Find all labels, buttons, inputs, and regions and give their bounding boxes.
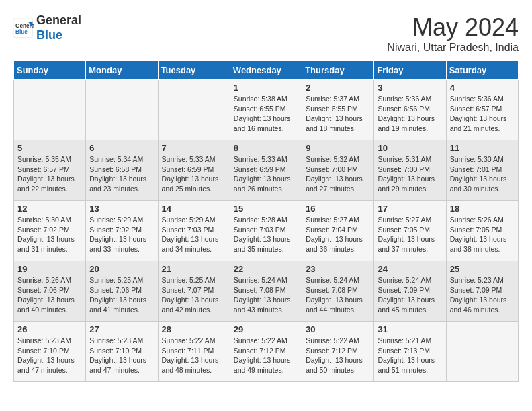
cell-info: Sunrise: 5:38 AM Sunset: 6:55 PM Dayligh… xyxy=(234,94,298,134)
cell-info: Sunrise: 5:31 AM Sunset: 7:00 PM Dayligh… xyxy=(378,154,442,194)
day-number: 17 xyxy=(378,203,442,214)
title-section: May 2024 Niwari, Uttar Pradesh, India xyxy=(387,13,519,54)
calendar-cell: 8Sunrise: 5:33 AM Sunset: 6:59 PM Daylig… xyxy=(230,140,302,201)
calendar-cell xyxy=(14,80,86,140)
day-number: 16 xyxy=(306,203,370,214)
cell-info: Sunrise: 5:22 AM Sunset: 7:12 PM Dayligh… xyxy=(306,336,370,375)
cell-info: Sunrise: 5:27 AM Sunset: 7:05 PM Dayligh… xyxy=(378,215,442,255)
day-number: 31 xyxy=(378,324,442,334)
calendar-cell: 5Sunrise: 5:35 AM Sunset: 6:57 PM Daylig… xyxy=(14,140,86,201)
day-number: 8 xyxy=(234,143,298,153)
day-number: 20 xyxy=(89,264,154,274)
calendar-cell: 29Sunrise: 5:22 AM Sunset: 7:12 PM Dayli… xyxy=(230,322,302,382)
svg-text:Blue: Blue xyxy=(15,28,28,34)
day-number: 25 xyxy=(450,264,515,274)
day-number: 12 xyxy=(17,203,82,214)
weekday-header-sunday: Sunday xyxy=(14,61,86,80)
calendar-cell xyxy=(158,80,230,140)
month-title: May 2024 xyxy=(387,13,519,42)
day-number: 29 xyxy=(234,324,298,334)
weekday-header-monday: Monday xyxy=(86,61,158,80)
cell-info: Sunrise: 5:23 AM Sunset: 7:09 PM Dayligh… xyxy=(450,275,515,315)
calendar-cell: 2Sunrise: 5:37 AM Sunset: 6:55 PM Daylig… xyxy=(302,80,374,140)
calendar-cell xyxy=(446,322,518,382)
cell-info: Sunrise: 5:36 AM Sunset: 6:56 PM Dayligh… xyxy=(378,94,442,134)
cell-info: Sunrise: 5:34 AM Sunset: 6:58 PM Dayligh… xyxy=(89,154,154,194)
day-number: 26 xyxy=(17,324,82,334)
header: General Blue General Blue May 2024 Niwar… xyxy=(13,13,519,54)
day-number: 9 xyxy=(306,143,370,153)
cell-info: Sunrise: 5:33 AM Sunset: 6:59 PM Dayligh… xyxy=(162,154,226,194)
day-number: 4 xyxy=(450,83,515,93)
calendar-week-row: 26Sunrise: 5:23 AM Sunset: 7:10 PM Dayli… xyxy=(14,322,519,382)
cell-info: Sunrise: 5:25 AM Sunset: 7:07 PM Dayligh… xyxy=(162,275,226,315)
day-number: 2 xyxy=(306,83,370,93)
calendar-cell: 6Sunrise: 5:34 AM Sunset: 6:58 PM Daylig… xyxy=(86,140,158,201)
cell-info: Sunrise: 5:22 AM Sunset: 7:11 PM Dayligh… xyxy=(162,336,226,375)
cell-info: Sunrise: 5:26 AM Sunset: 7:06 PM Dayligh… xyxy=(17,275,82,315)
weekday-header-saturday: Saturday xyxy=(446,61,518,80)
day-number: 19 xyxy=(17,264,82,274)
day-number: 11 xyxy=(450,143,515,153)
cell-info: Sunrise: 5:22 AM Sunset: 7:12 PM Dayligh… xyxy=(234,336,298,375)
day-number: 23 xyxy=(306,264,370,274)
calendar-cell: 15Sunrise: 5:28 AM Sunset: 7:03 PM Dayli… xyxy=(230,201,302,261)
day-number: 14 xyxy=(162,203,226,214)
calendar-cell: 10Sunrise: 5:31 AM Sunset: 7:00 PM Dayli… xyxy=(374,140,446,201)
calendar-cell: 14Sunrise: 5:29 AM Sunset: 7:03 PM Dayli… xyxy=(158,201,230,261)
cell-info: Sunrise: 5:25 AM Sunset: 7:06 PM Dayligh… xyxy=(89,275,154,315)
calendar-cell: 7Sunrise: 5:33 AM Sunset: 6:59 PM Daylig… xyxy=(158,140,230,201)
weekday-header-wednesday: Wednesday xyxy=(230,61,302,80)
day-number: 21 xyxy=(162,264,226,274)
calendar-cell: 12Sunrise: 5:30 AM Sunset: 7:02 PM Dayli… xyxy=(14,201,86,261)
cell-info: Sunrise: 5:37 AM Sunset: 6:55 PM Dayligh… xyxy=(306,94,370,134)
logo: General Blue General Blue xyxy=(13,13,81,42)
calendar-cell: 4Sunrise: 5:36 AM Sunset: 6:57 PM Daylig… xyxy=(446,80,518,140)
day-number: 5 xyxy=(17,143,82,153)
calendar-cell: 27Sunrise: 5:23 AM Sunset: 7:10 PM Dayli… xyxy=(86,322,158,382)
logo-text: General Blue xyxy=(36,13,81,42)
logo-line2: Blue xyxy=(36,28,81,43)
cell-info: Sunrise: 5:29 AM Sunset: 7:03 PM Dayligh… xyxy=(162,215,226,255)
calendar-cell: 31Sunrise: 5:21 AM Sunset: 7:13 PM Dayli… xyxy=(374,322,446,382)
cell-info: Sunrise: 5:32 AM Sunset: 7:00 PM Dayligh… xyxy=(306,154,370,194)
cell-info: Sunrise: 5:23 AM Sunset: 7:10 PM Dayligh… xyxy=(17,336,82,375)
calendar-cell: 26Sunrise: 5:23 AM Sunset: 7:10 PM Dayli… xyxy=(14,322,86,382)
day-number: 10 xyxy=(378,143,442,153)
cell-info: Sunrise: 5:27 AM Sunset: 7:04 PM Dayligh… xyxy=(306,215,370,255)
day-number: 3 xyxy=(378,83,442,93)
day-number: 15 xyxy=(234,203,298,214)
cell-info: Sunrise: 5:36 AM Sunset: 6:57 PM Dayligh… xyxy=(450,94,515,134)
calendar-cell: 3Sunrise: 5:36 AM Sunset: 6:56 PM Daylig… xyxy=(374,80,446,140)
location-title: Niwari, Uttar Pradesh, India xyxy=(387,42,519,54)
day-number: 6 xyxy=(89,143,154,153)
calendar-week-row: 5Sunrise: 5:35 AM Sunset: 6:57 PM Daylig… xyxy=(14,140,519,201)
cell-info: Sunrise: 5:24 AM Sunset: 7:08 PM Dayligh… xyxy=(234,275,298,315)
calendar-week-row: 19Sunrise: 5:26 AM Sunset: 7:06 PM Dayli… xyxy=(14,261,519,322)
day-number: 24 xyxy=(378,264,442,274)
cell-info: Sunrise: 5:30 AM Sunset: 7:02 PM Dayligh… xyxy=(17,215,82,255)
calendar-cell: 17Sunrise: 5:27 AM Sunset: 7:05 PM Dayli… xyxy=(374,201,446,261)
cell-info: Sunrise: 5:30 AM Sunset: 7:01 PM Dayligh… xyxy=(450,154,515,194)
cell-info: Sunrise: 5:24 AM Sunset: 7:08 PM Dayligh… xyxy=(306,275,370,315)
calendar-cell: 21Sunrise: 5:25 AM Sunset: 7:07 PM Dayli… xyxy=(158,261,230,322)
calendar-cell: 11Sunrise: 5:30 AM Sunset: 7:01 PM Dayli… xyxy=(446,140,518,201)
calendar-body: 1Sunrise: 5:38 AM Sunset: 6:55 PM Daylig… xyxy=(14,80,519,382)
logo-icon: General Blue xyxy=(13,18,34,38)
weekday-header-friday: Friday xyxy=(374,61,446,80)
day-number: 1 xyxy=(234,83,298,93)
calendar-cell: 28Sunrise: 5:22 AM Sunset: 7:11 PM Dayli… xyxy=(158,322,230,382)
calendar-cell: 24Sunrise: 5:24 AM Sunset: 7:09 PM Dayli… xyxy=(374,261,446,322)
calendar-week-row: 1Sunrise: 5:38 AM Sunset: 6:55 PM Daylig… xyxy=(14,80,519,140)
day-number: 13 xyxy=(89,203,154,214)
calendar-cell: 30Sunrise: 5:22 AM Sunset: 7:12 PM Dayli… xyxy=(302,322,374,382)
calendar-cell: 18Sunrise: 5:26 AM Sunset: 7:05 PM Dayli… xyxy=(446,201,518,261)
calendar-cell: 25Sunrise: 5:23 AM Sunset: 7:09 PM Dayli… xyxy=(446,261,518,322)
weekday-header-tuesday: Tuesday xyxy=(158,61,230,80)
logo-line1: General xyxy=(36,13,81,28)
calendar-cell: 16Sunrise: 5:27 AM Sunset: 7:04 PM Dayli… xyxy=(302,201,374,261)
cell-info: Sunrise: 5:21 AM Sunset: 7:13 PM Dayligh… xyxy=(378,336,442,375)
calendar-cell: 20Sunrise: 5:25 AM Sunset: 7:06 PM Dayli… xyxy=(86,261,158,322)
cell-info: Sunrise: 5:28 AM Sunset: 7:03 PM Dayligh… xyxy=(234,215,298,255)
calendar-week-row: 12Sunrise: 5:30 AM Sunset: 7:02 PM Dayli… xyxy=(14,201,519,261)
